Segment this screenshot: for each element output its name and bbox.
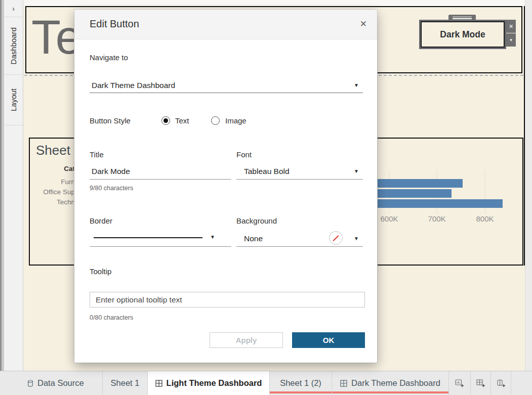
side-tab-strip: › Dashboard Layout [4, 0, 23, 371]
axis-tick-label: 800K [469, 214, 501, 223]
sidebar-tab-dashboard-label: Dashboard [9, 27, 18, 64]
tab-label: Light Theme Dashboard [167, 378, 262, 388]
category-column-header: Cat [30, 165, 75, 172]
tab-light-theme-dashboard[interactable]: Light Theme Dashboard [148, 371, 270, 395]
navigate-dropdown-caret-icon[interactable]: ▼ [354, 82, 359, 88]
font-dropdown-caret-icon[interactable]: ▼ [354, 168, 359, 174]
tab-label: Data Source [37, 378, 84, 388]
sidebar-tab-dashboard[interactable]: Dashboard [4, 17, 23, 75]
axis-tick-label: 600K [373, 214, 405, 223]
tab-dark-theme-dashboard[interactable]: Dark Theme Dashboard [332, 371, 449, 395]
dark-mode-button[interactable]: Dark Mode [421, 21, 505, 48]
tab-data-source[interactable]: Data Source [0, 371, 103, 395]
tab-sheet-1-2[interactable]: Sheet 1 (2) [270, 371, 332, 395]
radio-text-label[interactable]: Text [175, 116, 189, 125]
border-line-sample[interactable] [94, 237, 202, 238]
border-label: Border [90, 216, 112, 225]
border-underline [90, 246, 231, 247]
new-worksheet-icon [455, 379, 464, 387]
database-icon [27, 380, 33, 387]
new-dashboard-icon [476, 379, 485, 387]
title-label: Title [90, 150, 104, 159]
dark-mode-button-zone: Dark Mode ✕ ▾ [419, 15, 515, 49]
canvas-top-margin [23, 0, 525, 6]
sheet-title: Sheet [36, 143, 70, 158]
navigate-to-label: Navigate to [90, 53, 128, 62]
tooltip-char-counter: 0/80 characters [90, 314, 133, 321]
tooltip-input[interactable] [90, 292, 365, 308]
tab-label: Sheet 1 [111, 378, 140, 388]
canvas-right-gutter [525, 0, 532, 371]
category-label: Furn [30, 178, 75, 186]
dashboard-grid-icon [340, 380, 347, 387]
navigate-underline [90, 93, 363, 93]
sheet-tab-bar: Data Source Sheet 1 Light Theme Dashboar… [0, 371, 532, 395]
zone-selection-controls: ✕ ▾ [506, 20, 516, 47]
background-value[interactable]: None [244, 234, 263, 243]
chevron-right-icon: › [12, 4, 15, 13]
expand-pane-button[interactable]: › [4, 0, 23, 17]
close-icon: ✕ [509, 23, 513, 30]
border-dropdown-caret-icon[interactable]: ▼ [210, 234, 215, 240]
title-field-value[interactable]: Dark Mode [92, 167, 130, 176]
remove-zone-button[interactable]: ✕ [506, 20, 516, 33]
tab-label: Dark Theme Dashboard [351, 378, 440, 388]
category-label: Office Sup [30, 188, 75, 196]
category-label: Techn [30, 198, 75, 206]
no-fill-swatch-icon[interactable] [329, 231, 343, 245]
dialog-close-button[interactable]: ✕ [360, 19, 367, 29]
tableau-workspace: › Dashboard Layout Te Dark Mode ✕ ▾ [0, 0, 532, 395]
navigate-to-value[interactable]: Dark Theme Dashboard [92, 81, 175, 90]
axis-tick-label: 700K [421, 214, 453, 223]
sidebar-tab-layout[interactable]: Layout [4, 75, 23, 125]
tab-sheet-1[interactable]: Sheet 1 [103, 371, 148, 395]
background-label: Background [236, 216, 277, 225]
sidebar-tab-layout-label: Layout [9, 89, 18, 111]
edit-button-dialog: Edit Button ✕ Navigate to Dark Theme Das… [74, 10, 377, 363]
chevron-down-icon: ▾ [510, 37, 512, 42]
dialog-header: Edit Button ✕ [74, 10, 377, 39]
radio-image-label[interactable]: Image [225, 116, 247, 125]
radio-image[interactable] [211, 116, 220, 125]
dialog-title: Edit Button [90, 18, 139, 30]
background-underline [236, 246, 363, 247]
new-dashboard-button[interactable] [471, 371, 491, 395]
dashboard-grid-icon [155, 380, 162, 387]
new-story-icon [497, 379, 506, 387]
new-worksheet-button[interactable] [449, 371, 471, 395]
title-char-counter: 9/80 characters [90, 185, 133, 192]
tooltip-label: Tooltip [90, 267, 111, 276]
zone-drag-handle[interactable] [448, 15, 476, 21]
apply-button[interactable]: Apply [210, 332, 283, 348]
radio-text[interactable] [161, 116, 170, 125]
font-label: Font [236, 150, 252, 159]
tab-label: Sheet 1 (2) [280, 378, 321, 388]
new-story-button[interactable] [491, 371, 511, 395]
button-style-label: Button Style [90, 116, 131, 125]
collapsed-pane-rail [0, 0, 4, 395]
font-value[interactable]: Tableau Bold [244, 167, 290, 176]
font-underline [236, 179, 363, 180]
close-icon: ✕ [360, 19, 367, 29]
zone-menu-button[interactable]: ▾ [506, 33, 516, 47]
title-underline [90, 179, 231, 180]
ok-button[interactable]: OK [292, 332, 365, 348]
background-dropdown-caret-icon[interactable]: ▼ [354, 236, 359, 241]
